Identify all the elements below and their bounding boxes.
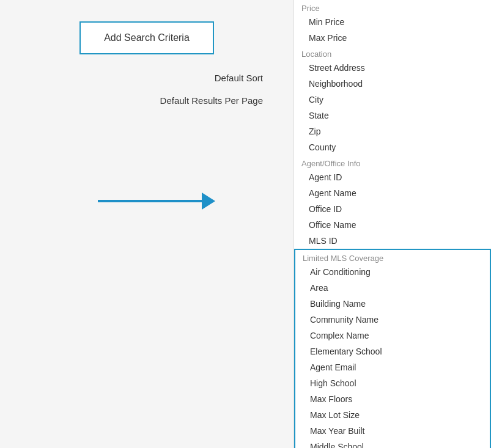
agent-office-section: Agent/Office Info Agent ID Agent Name Of… <box>294 155 491 249</box>
limited-mls-header: Limited MLS Coverage <box>295 250 490 264</box>
dropdown-item-air-conditioning[interactable]: Air Conditioning <box>295 264 490 280</box>
dropdown-item-max-floors[interactable]: Max Floors <box>295 391 490 407</box>
dropdown-item-max-price[interactable]: Max Price <box>294 30 491 46</box>
dropdown-item-middle-school[interactable]: Middle School <box>295 439 490 448</box>
agent-office-header: Agent/Office Info <box>294 155 491 169</box>
dropdown-item-office-name[interactable]: Office Name <box>294 217 491 233</box>
dropdown-item-office-id[interactable]: Office ID <box>294 201 491 217</box>
location-section: Location Street Address Neighborhood Cit… <box>294 46 491 155</box>
dropdown-item-state[interactable]: State <box>294 108 491 123</box>
price-section: Price Min Price Max Price <box>294 0 491 46</box>
dropdown-item-street-address[interactable]: Street Address <box>294 60 491 76</box>
dropdown-item-elementary-school[interactable]: Elementary School <box>295 343 490 359</box>
dropdown-item-neighborhood[interactable]: Neighborhood <box>294 76 491 92</box>
dropdown-item-high-school[interactable]: High School <box>295 375 490 391</box>
arrow-head <box>202 193 215 210</box>
dropdown-item-min-price[interactable]: Min Price <box>294 14 491 30</box>
dropdown-panel[interactable]: Price Min Price Max Price Location Stree… <box>293 0 491 448</box>
dropdown-item-zip[interactable]: Zip <box>294 123 491 139</box>
location-header: Location <box>294 46 491 60</box>
dropdown-item-county[interactable]: County <box>294 139 491 155</box>
arrow-indicator <box>98 193 215 210</box>
default-sort-link[interactable]: Default Sort <box>215 73 263 83</box>
price-header: Price <box>294 0 491 14</box>
dropdown-item-agent-name[interactable]: Agent Name <box>294 185 491 201</box>
add-search-criteria-button[interactable]: Add Search Criteria <box>79 21 214 54</box>
dropdown-item-mls-id[interactable]: MLS ID <box>294 233 491 249</box>
dropdown-item-agent-email[interactable]: Agent Email <box>295 359 490 375</box>
dropdown-item-area[interactable]: Area <box>295 280 490 296</box>
dropdown-item-max-lot-size[interactable]: Max Lot Size <box>295 407 490 423</box>
default-results-link[interactable]: Default Results Per Page <box>160 95 263 106</box>
arrow-line <box>98 200 202 202</box>
dropdown-item-community-name[interactable]: Community Name <box>295 312 490 328</box>
limited-mls-section: Limited MLS Coverage Air Conditioning Ar… <box>294 249 491 448</box>
dropdown-item-building-name[interactable]: Building Name <box>295 296 490 312</box>
dropdown-item-complex-name[interactable]: Complex Name <box>295 328 490 343</box>
main-container: Add Search Criteria Default Sort Default… <box>0 0 491 448</box>
dropdown-item-max-year-built[interactable]: Max Year Built <box>295 423 490 439</box>
dropdown-item-agent-id[interactable]: Agent ID <box>294 169 491 185</box>
dropdown-item-city[interactable]: City <box>294 92 491 108</box>
left-links: Default Sort Default Results Per Page <box>18 73 275 106</box>
left-panel: Add Search Criteria Default Sort Default… <box>0 0 293 448</box>
